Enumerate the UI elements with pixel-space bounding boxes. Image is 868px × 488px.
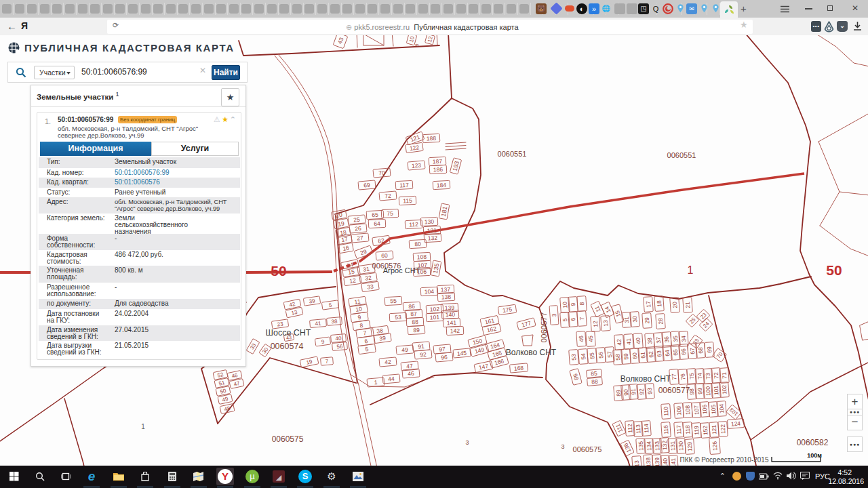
svg-text:17: 17 [340,235,348,243]
svg-text:55: 55 [589,352,596,359]
svg-text:39: 39 [379,334,387,342]
svg-text:88: 88 [412,319,418,325]
svg-text:65: 65 [372,211,378,218]
svg-text:45: 45 [587,336,595,342]
svg-text:3: 3 [561,443,564,450]
svg-text:74: 74 [696,373,704,380]
svg-text:126: 126 [711,441,719,451]
svg-text:122: 122 [719,424,727,434]
svg-text:115: 115 [403,197,412,205]
svg-text:88: 88 [591,378,599,386]
svg-text:11: 11 [354,298,361,305]
svg-text:89: 89 [413,327,420,333]
svg-text:19: 19 [337,220,344,228]
svg-text:28: 28 [657,318,665,325]
svg-text:121: 121 [711,424,718,434]
svg-text:92: 92 [638,388,646,395]
svg-text:1: 1 [141,423,145,430]
svg-text:75: 75 [688,373,696,380]
svg-text:105: 105 [710,404,717,414]
svg-text:135: 135 [637,441,645,451]
svg-text:100: 100 [705,386,712,396]
svg-text:38: 38 [331,318,338,325]
svg-text:58: 58 [614,354,622,361]
svg-text:69: 69 [363,182,371,189]
svg-text:63: 63 [656,350,663,357]
svg-text:68: 68 [697,347,705,354]
svg-text:123: 123 [412,161,422,169]
svg-text:3: 3 [465,439,469,446]
svg-text:9: 9 [570,302,576,306]
svg-text:137: 137 [441,286,451,293]
svg-text:47: 47 [406,363,414,370]
svg-text:124: 124 [731,420,741,427]
svg-text:87: 87 [410,310,417,317]
svg-text:5: 5 [561,318,568,322]
svg-text:6: 6 [570,317,576,321]
svg-text:23: 23 [277,321,284,327]
svg-text:33: 33 [367,283,374,290]
svg-text:85: 85 [591,370,598,378]
svg-text:Волково СНТ: Волково СНТ [506,348,557,357]
svg-text:106: 106 [701,404,709,414]
svg-text:80: 80 [414,241,421,247]
svg-text:16: 16 [342,244,349,252]
svg-text:112: 112 [627,424,634,433]
svg-text:91: 91 [630,388,637,395]
svg-text:93: 93 [646,388,654,394]
svg-text:116: 116 [663,425,670,434]
svg-text:46: 46 [408,370,415,378]
svg-text:97: 97 [439,346,446,353]
svg-text:134: 134 [646,441,653,451]
svg-text:101: 101 [713,385,720,395]
svg-text:38: 38 [376,327,384,334]
svg-text:Шоссе СНТ: Шоссе СНТ [265,328,311,338]
svg-text:77: 77 [671,373,678,380]
svg-text:131: 131 [669,441,677,451]
svg-text:110: 110 [663,407,670,416]
svg-text:61: 61 [639,352,647,359]
svg-text:71: 71 [721,372,728,379]
svg-text:73: 73 [705,373,712,380]
svg-text:Волково СНТ: Волково СНТ [620,374,671,384]
svg-text:29: 29 [644,317,651,324]
svg-text:99: 99 [696,388,704,394]
svg-text:131: 131 [427,227,437,235]
svg-text:67: 67 [689,348,696,354]
svg-text:0060582: 0060582 [797,438,829,447]
svg-text:44: 44 [388,375,395,383]
svg-text:62: 62 [648,351,655,358]
svg-text:119: 119 [693,426,701,435]
svg-text:152: 152 [702,425,709,435]
svg-text:104: 104 [718,403,726,413]
svg-text:17: 17 [645,301,652,308]
svg-text:40: 40 [635,338,642,344]
svg-text:70: 70 [378,169,386,177]
svg-text:64: 64 [374,220,380,227]
svg-text:39: 39 [309,298,316,304]
svg-text:15: 15 [348,268,355,275]
svg-text:0060551: 0060551 [667,151,696,159]
svg-text:72: 72 [384,192,392,200]
svg-text:32: 32 [365,274,372,281]
svg-text:0060577: 0060577 [658,386,690,395]
svg-text:142: 142 [450,327,460,335]
svg-text:108: 108 [684,405,692,415]
svg-text:72: 72 [713,372,720,379]
svg-text:184: 184 [437,182,447,189]
svg-text:50: 50 [826,262,842,278]
svg-text:57: 57 [606,351,614,358]
svg-text:Агрос СНТ: Агрос СНТ [383,266,420,274]
svg-text:27: 27 [357,235,364,242]
svg-text:3: 3 [551,313,557,317]
svg-text:31: 31 [363,265,370,272]
svg-text:109: 109 [675,405,683,415]
svg-text:60: 60 [381,252,389,260]
svg-text:101: 101 [430,314,440,321]
svg-text:175: 175 [502,306,513,314]
svg-text:108: 108 [417,253,427,261]
svg-text:12: 12 [592,321,599,327]
svg-text:186: 186 [433,166,443,174]
svg-text:132: 132 [428,235,438,242]
svg-text:112: 112 [409,221,418,228]
